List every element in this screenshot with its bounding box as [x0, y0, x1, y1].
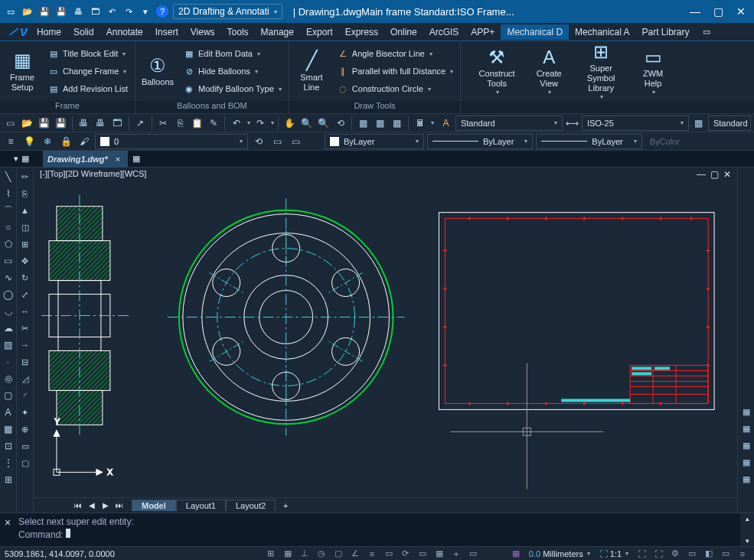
designcenter-icon[interactable]: ▦ — [373, 116, 387, 131]
menu-item-views[interactable]: Views — [184, 24, 221, 40]
qat-undo-icon[interactable]: ↶ — [106, 5, 118, 18]
create-view-button[interactable]: ACreate View▾ — [530, 44, 568, 99]
lwt-icon[interactable]: ≡ — [365, 548, 379, 560]
new-icon[interactable]: ▭ — [3, 116, 18, 131]
circle-icon[interactable]: ○ — [2, 220, 15, 234]
palette-a-icon[interactable]: ▦ — [739, 405, 753, 418]
qp-icon[interactable]: ▦ — [432, 548, 446, 560]
model-icon[interactable]: ▦ — [509, 548, 523, 560]
frame-setup-button[interactable]: ▦ Frame Setup — [3, 44, 41, 99]
publish-icon[interactable]: ↗ — [133, 116, 148, 131]
qat-save-icon[interactable]: 💾 — [38, 5, 51, 18]
rectangle-icon[interactable]: ▭ — [2, 254, 15, 268]
qat-preview-icon[interactable]: 🗔 — [89, 5, 101, 18]
line-icon[interactable]: ╲ — [2, 170, 15, 184]
layer-freeze-icon[interactable]: ❄ — [40, 134, 55, 149]
vp-close-icon[interactable]: ✕ — [723, 169, 731, 180]
custom-icon[interactable]: ≡ — [736, 548, 749, 560]
grid-icon[interactable]: ⊞ — [2, 473, 15, 487]
vp-maximize-icon[interactable]: ▢ — [710, 169, 719, 180]
trim-icon[interactable]: ✂ — [18, 321, 32, 335]
viewport-label[interactable]: [-][Top][2D Wireframe][WCS] — [40, 169, 146, 178]
array-icon[interactable]: ⊞ — [18, 237, 32, 251]
qat-caret-icon[interactable]: ▾ — [139, 5, 152, 18]
coordinates-display[interactable]: 5309.1861, 414.0097, 0.0000 — [5, 549, 142, 558]
scale-icon[interactable]: ⤢ — [18, 288, 32, 301]
dim-style-dropdown[interactable]: ISO-25▾ — [582, 116, 689, 131]
extend-icon[interactable]: → — [18, 338, 32, 352]
cut-icon[interactable]: ✂ — [156, 116, 171, 131]
align-icon[interactable]: ▭ — [18, 439, 32, 453]
menu-item-annotate[interactable]: Annotate — [100, 24, 149, 40]
print-icon[interactable]: 🖶 — [77, 116, 91, 131]
redo-icon[interactable]: ↷ — [253, 116, 267, 131]
osnap-icon[interactable]: ▢ — [331, 548, 345, 560]
table-style-icon[interactable]: ▦ — [691, 116, 706, 131]
chamfer-icon[interactable]: ◿ — [18, 372, 32, 386]
layout-tab-model[interactable]: Model — [132, 500, 176, 511]
change-frame-button[interactable]: ▭Change Frame▾ — [44, 63, 132, 80]
close-tab-icon[interactable]: × — [113, 155, 123, 164]
qat-print-icon[interactable]: 🖶 — [72, 5, 84, 18]
properties-icon[interactable]: ▦ — [356, 116, 370, 131]
ws-icon[interactable]: ⚙ — [668, 548, 682, 560]
menu-overflow-icon[interactable]: ▭ — [699, 24, 714, 40]
region-icon[interactable]: ▢ — [2, 389, 15, 402]
preview-icon[interactable]: 🗔 — [110, 116, 125, 131]
rotate-icon[interactable]: ↻ — [18, 271, 32, 285]
zoom-prev-icon[interactable]: ⟲ — [333, 116, 348, 131]
polyline-icon[interactable]: ⌇ — [2, 187, 15, 200]
parallel-distance-button[interactable]: ∥Parallel with full Distance▾ — [333, 63, 457, 80]
join-icon[interactable]: ⊕ — [18, 422, 32, 436]
layer-lock-icon[interactable]: 🔒 — [58, 134, 73, 149]
plot-icon[interactable]: 🖶 — [93, 116, 108, 131]
modify-balloon-button[interactable]: ◉Modify Balloon Type▾ — [179, 80, 286, 97]
table-icon[interactable]: ▦ — [2, 422, 15, 436]
add-revision-button[interactable]: ▤Add Revision List — [44, 80, 132, 97]
layer-prev-icon[interactable]: ⟲ — [251, 134, 266, 149]
polar-icon[interactable]: ◷ — [315, 548, 328, 560]
units-display[interactable]: 0.0Millimeters▾ — [526, 549, 593, 558]
super-symbol-button[interactable]: ⊞Super Symbol Library▾ — [574, 44, 628, 99]
erase-icon[interactable]: ✏ — [18, 170, 32, 184]
zoom-win-icon[interactable]: 🔍 — [316, 116, 331, 131]
zwm-help-button[interactable]: ▭ZWM Help▾ — [634, 44, 672, 99]
qat-new-icon[interactable]: ▭ — [5, 5, 17, 18]
layer-manager-icon[interactable]: ≡ — [3, 134, 18, 149]
layout-tab-layout2[interactable]: Layout2 — [226, 500, 276, 511]
offset-icon[interactable]: ◫ — [18, 220, 32, 234]
menu-item-manage[interactable]: Manage — [255, 24, 300, 40]
pan-icon[interactable]: ✋ — [282, 116, 297, 131]
menu-item-solid[interactable]: Solid — [67, 24, 100, 40]
donut-icon[interactable]: ◎ — [2, 372, 15, 386]
hatch-icon[interactable]: ▨ — [2, 338, 15, 352]
qat-redo-icon[interactable]: ↷ — [122, 5, 135, 18]
otrack-icon[interactable]: ∠ — [348, 548, 362, 560]
ellipse-icon[interactable]: ◯ — [2, 288, 15, 301]
angle-bisector-button[interactable]: ∠Angle Bisector Line▾ — [333, 45, 457, 62]
menu-item-mechanical-d[interactable]: Mechanical D — [501, 24, 569, 40]
linetype-dropdown[interactable]: ByLayer▾ — [427, 134, 533, 149]
command-text[interactable]: Select next super edit entity: Command: — [15, 513, 740, 546]
layer-iso-icon[interactable]: ▭ — [288, 134, 303, 149]
edit-bom-button[interactable]: ▦Edit Bom Data▾ — [179, 45, 286, 62]
break-icon[interactable]: ⊟ — [18, 355, 32, 369]
paste-icon[interactable]: 📋 — [190, 116, 204, 131]
move-icon[interactable]: ✥ — [18, 254, 32, 268]
clean-icon[interactable]: ▭ — [719, 548, 733, 560]
smart-line-button[interactable]: ╱ Smart Line — [292, 44, 331, 99]
menu-item-online[interactable]: Online — [384, 24, 423, 40]
drawing-canvas[interactable]: X Y — [34, 168, 737, 497]
tab-last-icon[interactable]: ⏭ — [113, 501, 126, 510]
copy-obj-icon[interactable]: ⎘ — [18, 187, 32, 200]
scale-display[interactable]: ⛶1:1▾ — [596, 549, 632, 558]
match-icon[interactable]: ✎ — [207, 116, 221, 131]
vp-minimize-icon[interactable]: — — [697, 169, 706, 180]
app-logo-icon[interactable]: ⟋ν — [3, 23, 31, 41]
mtext-icon[interactable]: A — [2, 405, 15, 419]
close-button[interactable]: ✕ — [733, 5, 749, 18]
hide-balloons-button[interactable]: ⊘Hide Balloons▾ — [179, 63, 286, 80]
layer-color-icon[interactable]: 🖌 — [77, 134, 92, 149]
ortho-icon[interactable]: ⊥ — [298, 548, 312, 560]
layout-tab-layout1[interactable]: Layout1 — [176, 500, 226, 511]
